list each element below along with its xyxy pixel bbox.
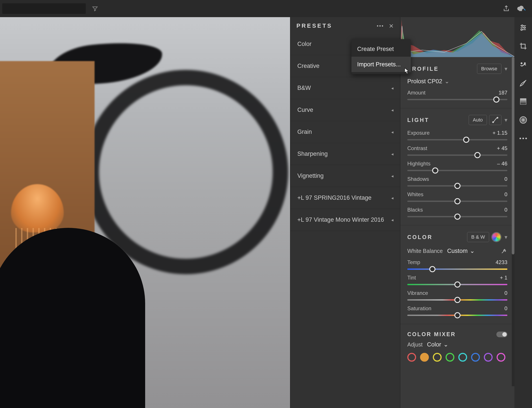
blacks-slider[interactable]: Blacks0 xyxy=(407,207,507,217)
svg-point-6 xyxy=(522,25,523,26)
shadows-slider[interactable]: Shadows0 xyxy=(407,176,507,187)
hue-green[interactable] xyxy=(445,353,454,362)
svg-point-5 xyxy=(497,117,498,119)
white-balance-selector[interactable]: Custom ⌄ xyxy=(447,247,475,255)
color-mixer-wheel-icon[interactable] xyxy=(491,232,501,242)
hue-blue[interactable] xyxy=(471,353,480,362)
crop-icon[interactable] xyxy=(519,42,528,51)
chevron-left-icon: ◂ xyxy=(391,129,393,135)
profile-name: Prolost CP02 xyxy=(407,78,442,85)
cloud-sync-icon[interactable] xyxy=(517,5,525,12)
auto-button[interactable]: Auto xyxy=(469,115,487,125)
eyedropper-icon[interactable] xyxy=(501,248,507,254)
profile-amount-slider[interactable]: Amount187 xyxy=(407,90,507,100)
brush-icon[interactable] xyxy=(519,79,528,87)
top-toolbar xyxy=(0,0,532,17)
healing-brush-icon[interactable] xyxy=(519,60,528,69)
hue-magenta[interactable] xyxy=(497,353,506,362)
cursor-icon xyxy=(404,68,410,74)
tint-slider[interactable]: Tint+ 1 xyxy=(407,275,507,285)
chevron-left-icon: ◂ xyxy=(391,107,393,113)
svg-point-13 xyxy=(520,117,526,123)
light-section-header: LIGHT Auto ▾ xyxy=(407,115,507,125)
browse-profile-button[interactable]: Browse xyxy=(477,64,501,74)
preset-group[interactable]: Grain◂ xyxy=(290,121,400,143)
chevron-left-icon: ◂ xyxy=(391,151,393,157)
chevron-down-icon: ⌄ xyxy=(443,341,448,348)
svg-point-16 xyxy=(525,137,527,139)
radial-gradient-icon[interactable] xyxy=(519,116,528,124)
search-input[interactable] xyxy=(2,3,86,14)
svg-point-15 xyxy=(522,137,524,139)
adjust-selector[interactable]: Color ⌄ xyxy=(427,341,448,348)
vibrance-slider[interactable]: Vibrance0 xyxy=(407,290,507,301)
menu-import-presets[interactable]: Import Presets... xyxy=(351,57,411,72)
chevron-down-icon: ⌄ xyxy=(470,247,475,255)
svg-point-10 xyxy=(524,63,525,64)
profile-title: PROFILE xyxy=(407,66,439,72)
svg-rect-12 xyxy=(520,99,526,104)
contrast-slider[interactable]: Contrast+ 45 xyxy=(407,145,507,156)
chevron-left-icon: ◂ xyxy=(391,85,393,91)
preset-group[interactable]: +L 97 Vintage Mono Winter 2016◂ xyxy=(290,209,400,231)
svg-point-1 xyxy=(377,25,378,26)
histogram[interactable] xyxy=(400,17,515,57)
color-mixer-toggle[interactable] xyxy=(496,332,507,337)
color-section-header: COLOR B & W ▾ xyxy=(407,232,507,242)
edit-panel: PROFILE Browse ▾ Prolost CP02 ⌄ Amount18… xyxy=(400,17,515,408)
svg-point-4 xyxy=(493,122,494,123)
profile-selector[interactable]: Prolost CP02 ⌄ xyxy=(407,78,507,85)
chevron-down-icon[interactable]: ▾ xyxy=(505,66,507,72)
hue-red[interactable] xyxy=(407,353,416,362)
svg-point-3 xyxy=(382,25,383,26)
white-balance-label: White Balance xyxy=(407,248,443,254)
svg-point-14 xyxy=(519,137,521,139)
presets-title: PRESETS xyxy=(297,22,332,29)
adjust-label: Adjust xyxy=(407,341,422,348)
hue-yellow[interactable] xyxy=(433,353,442,362)
saturation-slider[interactable]: Saturation0 xyxy=(407,306,507,316)
more-tools-icon[interactable] xyxy=(519,134,528,143)
chevron-down-icon[interactable]: ▾ xyxy=(505,234,507,241)
presets-panel: PRESETS Color◂ Creative◂ B&W◂ Curve◂ Gra… xyxy=(290,17,400,408)
edit-sliders-icon[interactable] xyxy=(519,23,528,32)
temp-slider[interactable]: Temp4233 xyxy=(407,259,507,270)
share-icon[interactable] xyxy=(503,5,510,12)
tone-curve-icon[interactable] xyxy=(489,115,501,125)
color-title: COLOR xyxy=(407,234,433,240)
svg-point-7 xyxy=(524,27,525,28)
presets-more-icon[interactable] xyxy=(377,25,383,27)
scrollbar[interactable] xyxy=(512,57,515,386)
presets-context-menu: Create Preset Import Presets... xyxy=(351,39,411,74)
preset-group-list: Color◂ Creative◂ B&W◂ Curve◂ Grain◂ Shar… xyxy=(290,33,400,408)
scroll-thumb[interactable] xyxy=(512,57,515,255)
tool-rail xyxy=(515,17,532,408)
chevron-down-icon[interactable]: ▾ xyxy=(505,117,507,123)
hue-selector[interactable] xyxy=(407,353,507,362)
color-mixer-title: COLOR MIXER xyxy=(407,331,456,338)
preset-group[interactable]: Curve◂ xyxy=(290,99,400,121)
image-canvas[interactable] xyxy=(0,17,290,408)
exposure-slider[interactable]: Exposure+ 1.15 xyxy=(407,130,507,140)
photo-preview xyxy=(0,17,290,408)
preset-group[interactable]: +L 97 SPRING2016 Vintage◂ xyxy=(290,187,400,209)
hue-purple[interactable] xyxy=(484,353,493,362)
whites-slider[interactable]: Whites0 xyxy=(407,191,507,202)
svg-point-8 xyxy=(521,29,522,30)
profile-section-header: PROFILE Browse ▾ xyxy=(407,64,507,74)
highlights-slider[interactable]: Highlights– 46 xyxy=(407,161,507,171)
linear-gradient-icon[interactable] xyxy=(519,97,528,106)
preset-group[interactable]: Vignetting◂ xyxy=(290,165,400,187)
chevron-down-icon: ⌄ xyxy=(445,78,450,85)
hue-orange[interactable] xyxy=(420,353,429,362)
bw-button[interactable]: B & W xyxy=(467,232,489,242)
preset-group[interactable]: B&W◂ xyxy=(290,77,400,99)
close-icon[interactable] xyxy=(389,23,394,29)
chevron-left-icon: ◂ xyxy=(391,173,393,179)
preset-group[interactable]: Sharpening◂ xyxy=(290,143,400,165)
svg-point-9 xyxy=(521,63,522,64)
chevron-left-icon: ◂ xyxy=(391,195,393,201)
menu-create-preset[interactable]: Create Preset xyxy=(351,41,411,57)
filter-icon[interactable] xyxy=(92,6,98,12)
hue-aqua[interactable] xyxy=(458,353,467,362)
